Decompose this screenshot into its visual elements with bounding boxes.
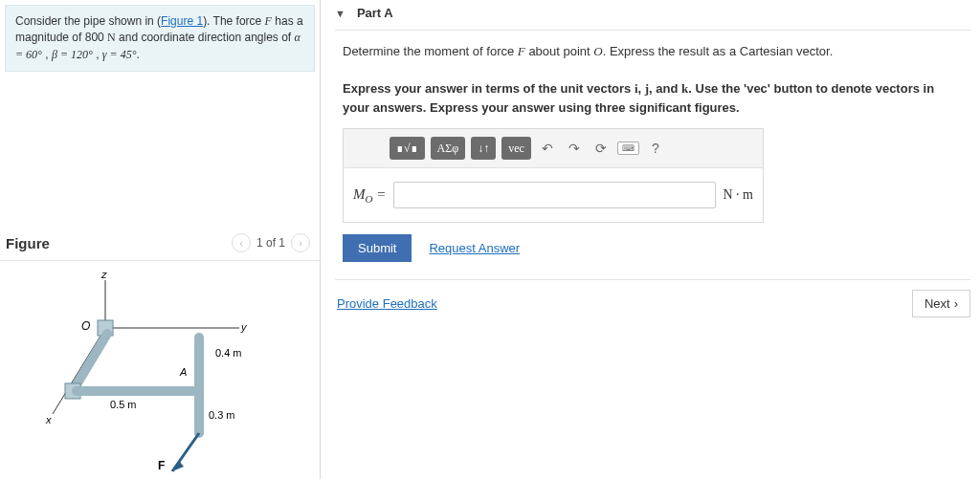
icon-text: ↓↑: [478, 142, 489, 156]
chevron-right-icon: ›: [954, 296, 958, 311]
beta: β = 120°: [52, 48, 93, 61]
help-icon[interactable]: ?: [645, 138, 666, 159]
text: Express your answer in terms of the unit…: [343, 81, 635, 96]
reset-icon[interactable]: ⟳: [590, 138, 612, 159]
next-label: Next: [924, 296, 950, 311]
undo-icon[interactable]: ↶: [537, 138, 558, 159]
answer-box: ∎√∎ ΑΣφ ↓↑ vec ↶ ↷ ⟳ ⌨ ? MO = N · m: [343, 128, 764, 223]
pager-prev-button[interactable]: ‹: [232, 233, 251, 252]
unit-label: N · m: [724, 187, 754, 203]
text: ,: [93, 48, 102, 61]
gamma: γ = 45°: [102, 48, 137, 61]
force-label: F: [158, 459, 165, 472]
icon-text: vec: [508, 142, 524, 156]
text: ,: [42, 48, 52, 61]
text: and coordinate direction angles of: [116, 31, 295, 44]
equation-row: MO = N · m: [344, 168, 763, 222]
text: about point: [525, 44, 594, 58]
svg-line-5: [73, 334, 107, 391]
figure-link[interactable]: Figure 1: [161, 14, 203, 28]
icon-text: ΑΣφ: [437, 142, 459, 156]
axis-y-label: y: [240, 321, 248, 333]
pager-next-button[interactable]: ›: [291, 233, 310, 252]
sym-F: F: [518, 44, 525, 58]
equation-toolbar: ∎√∎ ΑΣφ ↓↑ vec ↶ ↷ ⟳ ⌨ ?: [344, 129, 763, 168]
lhs-label: MO =: [353, 186, 386, 205]
question-prompt: Determine the moment of force F about po…: [343, 42, 963, 117]
eq-sign: =: [372, 186, 386, 202]
unit-j: j: [645, 81, 649, 96]
text: .: [136, 48, 139, 61]
sym-M: M: [353, 186, 366, 202]
text: . Express the result as a Cartesian vect…: [603, 44, 834, 58]
text: Consider the pipe shown in (: [15, 14, 161, 28]
next-button[interactable]: Next ›: [912, 290, 970, 317]
svg-marker-11: [172, 461, 184, 471]
vec-button[interactable]: vec: [501, 137, 531, 160]
dim-05m: 0.5 m: [110, 399, 137, 410]
template-button[interactable]: ∎√∎: [390, 137, 425, 160]
keyboard-icon[interactable]: ⌨: [617, 142, 639, 155]
origin-label: O: [81, 319, 90, 333]
submit-button[interactable]: Submit: [343, 234, 412, 262]
text: ). The force: [203, 14, 264, 28]
force-symbol: F: [265, 14, 272, 28]
request-answer-link[interactable]: Request Answer: [429, 241, 520, 255]
dim-03m: 0.3 m: [209, 409, 235, 421]
pager-text: 1 of 1: [256, 236, 285, 250]
sym-O: O: [593, 44, 602, 58]
figure-header: Figure ‹ 1 of 1 ›: [0, 229, 320, 261]
part-header[interactable]: ▼ Part A: [335, 0, 970, 31]
axis-x-label: x: [45, 414, 52, 425]
axis-z-label: z: [100, 271, 107, 280]
unit-i: i: [635, 81, 638, 96]
point-A-label: A: [179, 366, 187, 378]
figure-title: Figure: [6, 235, 50, 251]
dim-04m: 0.4 m: [215, 347, 242, 359]
text: Determine the moment of force: [343, 44, 518, 58]
problem-statement: Consider the pipe shown in (Figure 1). T…: [5, 5, 315, 72]
answer-input[interactable]: [393, 182, 715, 208]
redo-icon[interactable]: ↷: [564, 138, 585, 159]
subsup-button[interactable]: ↓↑: [471, 137, 496, 160]
provide-feedback-link[interactable]: Provide Feedback: [337, 296, 437, 311]
figure-pager: ‹ 1 of 1 ›: [232, 233, 310, 252]
unit-N: N: [107, 31, 116, 44]
figure-diagram: x y z O 0.5 m 0.4 m A 0.3 m: [19, 271, 297, 476]
collapse-caret-icon[interactable]: ▼: [335, 8, 345, 19]
greek-button[interactable]: ΑΣφ: [431, 137, 466, 160]
icon-text: ∎√∎: [396, 142, 418, 156]
part-title: Part A: [357, 6, 393, 20]
